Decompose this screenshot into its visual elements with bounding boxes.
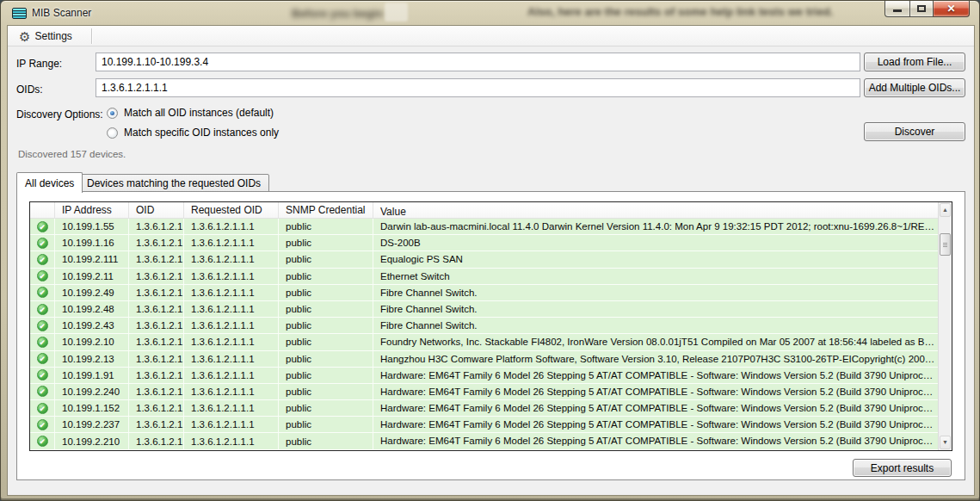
cell-ip: 10.199.2.49 [55,285,129,300]
cell-value: Fibre Channel Switch. [373,285,938,300]
table-row[interactable]: ✔ 10.199.2.48 1.3.6.1.2.1... 1.3.6.1.2.1… [30,301,938,318]
settings-button[interactable]: ⚙ Settings [12,27,79,46]
status-ok-icon: ✔ [37,403,48,414]
table-row[interactable]: ✔ 10.199.1.152 1.3.6.1.2.1... 1.3.6.1.2.… [30,400,938,417]
maximize-button[interactable] [909,1,934,17]
cell-snmp-credential: public [279,251,373,267]
settings-label: Settings [34,30,71,42]
oids-input[interactable] [96,78,860,97]
discover-button[interactable]: Discover [864,122,965,141]
table-row[interactable]: ✔ 10.199.2.10 1.3.6.1.2.1... 1.3.6.1.2.1… [30,334,938,350]
cell-snmp-credential: public [279,351,373,367]
toolbar: ⚙ Settings [8,26,974,46]
load-from-file-label: Load from File... [878,56,952,68]
cell-value: Hardware: EM64T Family 6 Model 26 Steppi… [373,433,938,448]
add-multiple-oids-label: Add Multiple OIDs... [869,82,961,94]
table-row[interactable]: ✔ 10.199.1.91 1.3.6.1.2.1... 1.3.6.1.2.1… [30,368,938,384]
cell-oid: 1.3.6.1.2.1... [129,384,184,399]
radio-unselected-icon[interactable] [107,127,118,139]
column-header-ip[interactable]: IP Address [55,202,129,218]
cell-ip: 10.199.2.240 [55,384,129,399]
titlebar-bleed-right: Also, here are the results of some help … [527,5,833,18]
status-ok-icon: ✔ [37,270,48,281]
tab-devices-matching[interactable]: Devices matching the requested OIDs [78,174,269,192]
cell-oid: 1.3.6.1.2.1... [129,334,184,349]
vertical-scrollbar[interactable]: ▲ ▼ [938,202,952,450]
app-window: MIB Scanner Before you begin Also, here … [0,0,980,501]
add-multiple-oids-button[interactable]: Add Multiple OIDs... [864,78,965,97]
cell-ip: 10.199.2.48 [55,301,129,317]
close-button[interactable]: ✕ [934,1,970,17]
cell-ip: 10.199.2.11 [55,269,129,284]
table-row[interactable]: ✔ 10.199.2.111 1.3.6.1.2.1... 1.3.6.1.2.… [30,251,938,268]
cell-requested-oid: 1.3.6.1.2.1.1.1 [184,269,279,284]
column-header-requested-oid[interactable]: Requested OID [184,202,279,218]
tab-all-devices[interactable]: All devices [16,172,83,193]
cell-snmp-credential: public [279,433,373,448]
titlebar-bleed-left: Before you begin [292,7,383,20]
title-bar[interactable]: MIB Scanner Before you begin Also, here … [1,1,979,26]
ip-range-input[interactable] [96,53,860,71]
table-row[interactable]: ✔ 10.199.2.13 1.3.6.1.2.1... 1.3.6.1.2.1… [30,351,938,368]
table-row[interactable]: ✔ 10.199.2.210 1.3.6.1.2.1... 1.3.6.1.2.… [30,433,938,449]
cell-snmp-credential: public [279,384,373,399]
cell-requested-oid: 1.3.6.1.2.1.1.1 [184,368,279,383]
table-row[interactable]: ✔ 10.199.2.49 1.3.6.1.2.1... 1.3.6.1.2.1… [30,285,938,301]
cell-snmp-credential: public [279,235,373,251]
scroll-up-icon[interactable]: ▲ [940,203,951,217]
cell-ip: 10.199.2.237 [55,417,129,432]
column-header-value[interactable]: Value [373,202,938,218]
cell-requested-oid: 1.3.6.1.2.1.1.1 [184,417,279,432]
cell-snmp-credential: public [279,285,373,300]
device-table: IP Address OID Requested OID SNMP Creden… [29,201,952,451]
cell-requested-oid: 1.3.6.1.2.1.1.1 [184,251,279,267]
tab-all-devices-label: All devices [25,177,74,189]
cell-ip: 10.199.2.43 [55,318,129,333]
scroll-down-icon[interactable]: ▼ [940,436,951,449]
cell-value: Hardware: EM64T Family 6 Model 26 Steppi… [373,400,938,416]
cell-ip: 10.199.2.111 [55,251,129,267]
device-table-header: IP Address OID Requested OID SNMP Creden… [30,202,938,219]
cell-requested-oid: 1.3.6.1.2.1.1.1 [184,433,279,448]
scrollbar-thumb[interactable] [940,233,951,256]
radio-match-all[interactable]: Match all OID instances (default) [107,107,274,119]
status-ok-icon: ✔ [37,419,48,430]
cell-snmp-credential: public [279,417,373,432]
export-results-button[interactable]: Export results [853,459,952,477]
column-header-status[interactable] [30,202,55,218]
cell-oid: 1.3.6.1.2.1... [129,318,184,333]
cell-requested-oid: 1.3.6.1.2.1.1.1 [184,301,279,317]
status-ok-icon: ✔ [37,254,48,265]
radio-match-specific[interactable]: Match specific OID instances only [107,127,279,139]
minimize-button[interactable] [884,1,909,17]
cell-value: Hardware: EM64T Family 6 Model 26 Steppi… [373,417,938,432]
window-title: MIB Scanner [32,1,91,25]
column-header-snmp-credential[interactable]: SNMP Credential [279,202,373,218]
table-row[interactable]: ✔ 10.199.2.240 1.3.6.1.2.1... 1.3.6.1.2.… [30,384,938,400]
cell-ip: 10.199.1.16 [55,235,129,251]
load-from-file-button[interactable]: Load from File... [864,53,965,71]
status-ok-icon: ✔ [37,320,48,331]
cell-value: Fibre Channel Switch. [373,301,938,317]
cell-value: DS-200B [373,235,938,251]
table-row[interactable]: ✔ 10.199.2.237 1.3.6.1.2.1... 1.3.6.1.2.… [30,417,938,433]
status-ok-icon: ✔ [37,304,48,315]
table-row[interactable]: ✔ 10.199.2.43 1.3.6.1.2.1... 1.3.6.1.2.1… [30,318,938,334]
cell-ip: 10.199.1.55 [55,219,129,234]
radio-selected-icon[interactable] [107,108,118,119]
table-row[interactable]: ✔ 10.199.2.11 1.3.6.1.2.1... 1.3.6.1.2.1… [30,269,938,285]
cell-value: Foundry Networks, Inc. Stackable FI4802,… [373,334,938,349]
cell-oid: 1.3.6.1.2.1... [129,269,184,284]
cell-requested-oid: 1.3.6.1.2.1.1.1 [184,318,279,333]
cell-value: Fibre Channel Switch. [373,318,938,333]
column-header-oid[interactable]: OID [129,202,184,218]
table-row[interactable]: ✔ 10.199.1.55 1.3.6.1.2.1... 1.3.6.1.2.1… [30,219,938,235]
table-row[interactable]: ✔ 10.199.1.16 1.3.6.1.2.1... 1.3.6.1.2.1… [30,235,938,251]
cell-oid: 1.3.6.1.2.1... [129,400,184,416]
close-icon: ✕ [946,2,955,16]
minimize-icon [893,9,902,12]
cell-requested-oid: 1.3.6.1.2.1.1.1 [184,351,279,367]
oids-label: OIDs: [16,84,43,96]
maximize-icon [917,5,926,12]
titlebar-bleed-artifact [385,3,408,22]
